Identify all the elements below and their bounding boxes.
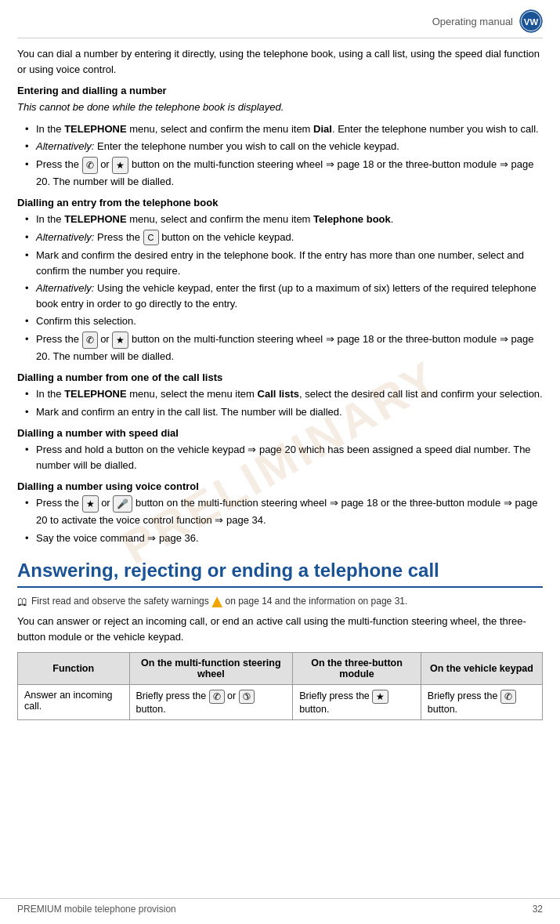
list-item: In the TELEPHONE menu, select and confir… [25,212,543,227]
body-text-2: You can answer or reject an incoming cal… [17,614,543,644]
list-item: Mark and confirm an entry in the call li… [25,404,543,420]
section-heading-calllists: Dialling a number from one of the call l… [17,371,543,383]
book-icon: 🕮 [17,596,27,607]
speeddial-list: Press and hold a button on the vehicle k… [17,442,543,473]
calllists-list: In the TELEPHONE menu, select the menu i… [17,386,543,419]
section-heading-speeddial: Dialling a number with speed dial [17,427,543,439]
telbook-label: Telephone book [313,213,391,225]
safety-text: First read and observe the safety warnin… [31,596,407,607]
intro-text: You can dial a number by entering it dir… [17,46,543,77]
safety-note: 🕮 First read and observe the safety warn… [17,596,543,607]
alternatively-label3: Alternatively: [36,282,94,294]
entering-list: In the TELEPHONE menu, select and confir… [17,121,543,190]
list-item: Confirm this selection. [25,313,543,329]
table-cell-3btn: Briefly press the ★ button. [293,685,421,720]
big-section-heading: Answering, rejecting or ending a telepho… [17,560,543,588]
star-icon2: ★ [112,332,128,349]
big-section-heading-container: Answering, rejecting or ending a telepho… [17,560,543,588]
list-item: Press the ✆ or ★ button on the multi-fun… [25,157,543,190]
c-button-icon: C [143,230,159,246]
page-footer: PREMIUM mobile telephone provision 32 [0,898,560,915]
svg-text:VW: VW [524,17,539,27]
col-header-mfsw: On the multi-function steering wheel [129,653,293,685]
list-item: Say the voice command ⇒ page 36. [25,531,543,546]
section-heading-voice: Dialling a number using voice control [17,480,543,492]
section-call-lists: Dialling a number from one of the call l… [17,371,543,419]
section-heading-entering: Entering and dialling a number [17,85,543,96]
list-item: Press the ✆ or ★ button on the multi-fun… [25,332,543,364]
mic-icon: 🎤 [113,495,132,513]
list-item: Alternatively: Using the vehicle keypad,… [25,281,543,311]
table-cell-function: Answer an incoming call. [18,685,130,720]
header-title: Operating manual [432,16,513,27]
voice-list: Press the ★ or 🎤 button on the multi-fun… [17,495,543,545]
section-heading-telbook: Dialling an entry from the telephone boo… [17,197,543,208]
list-item: Alternatively: Enter the telephone numbe… [25,139,543,154]
list-item: Press the ★ or 🎤 button on the multi-fun… [25,495,543,528]
calllists-label: Call lists [258,388,299,400]
phone-icon4: ✆ [500,690,516,704]
hangup-icon: ✆ [239,690,255,704]
star-icon: ★ [112,157,128,174]
telephone-label2: TELEPHONE [64,213,126,225]
table-cell-keypad: Briefly press the ✆ button. [421,685,542,720]
vw-logo-icon: VW [519,9,543,33]
section-voice-control: Dialling a number using voice control Pr… [17,480,543,545]
col-header-3btn: On the three-button module [293,653,421,685]
entering-note: This cannot be done while the telephone … [17,100,543,115]
page-header: Operating manual VW [17,9,543,38]
phone-icon: ✆ [82,157,98,174]
table-cell-mfsw: Briefly press the ✆ or ✆ button. [129,685,293,720]
dial-label: Dial [313,123,332,135]
table-header-row: Function On the multi-function steering … [18,653,543,685]
section-entering-dialling: Entering and dialling a number This cann… [17,85,543,189]
col-header-keypad: On the vehicle keypad [421,653,542,685]
list-item: In the TELEPHONE menu, select the menu i… [25,386,543,402]
list-item: Mark and confirm the desired entry in th… [25,248,543,278]
list-item: In the TELEPHONE menu, select and confir… [25,121,543,137]
telephone-label3: TELEPHONE [64,388,126,400]
alternatively-label2: Alternatively: [36,231,94,243]
alternatively-label: Alternatively: [36,140,94,152]
table-row: Answer an incoming call. Briefly press t… [18,685,543,720]
col-header-function: Function [18,653,130,685]
list-item: Alternatively: Press the C button on the… [25,230,543,246]
telephone-label: TELEPHONE [64,123,126,135]
section-speed-dial: Dialling a number with speed dial Press … [17,427,543,473]
telbook-list: In the TELEPHONE menu, select and confir… [17,212,543,364]
function-table: Function On the multi-function steering … [17,652,543,720]
section-telephone-book: Dialling an entry from the telephone boo… [17,197,543,364]
phone-icon2: ✆ [82,332,98,349]
warning-triangle-icon [211,596,222,607]
star-icon3: ★ [82,495,99,513]
footer-left: PREMIUM mobile telephone provision [17,904,176,915]
list-item: Press and hold a button on the vehicle k… [25,442,543,473]
star-icon4: ★ [372,690,388,704]
phone-icon3: ✆ [209,690,225,704]
footer-right: 32 [533,904,543,915]
